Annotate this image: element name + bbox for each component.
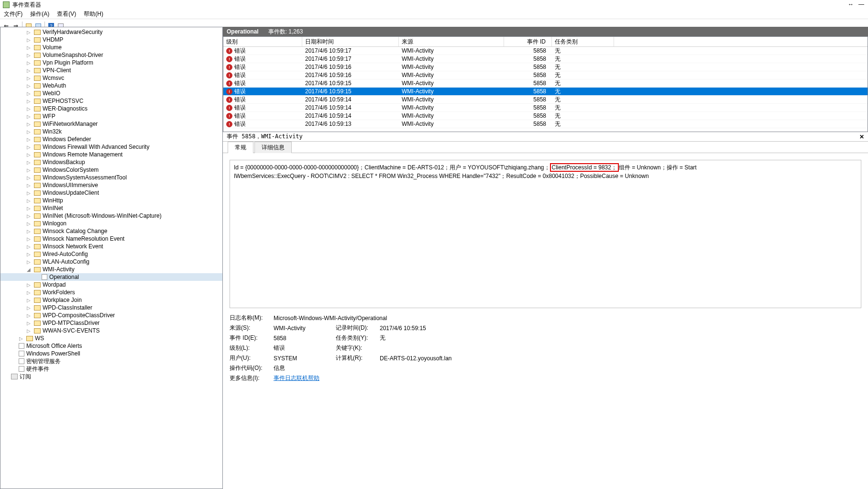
tree-item[interactable]: ▷Winsock Network Event	[0, 243, 222, 250]
expander-icon[interactable]: ▷	[23, 212, 34, 219]
tree-item[interactable]: ▷WWAN-SVC-EVENTS	[0, 327, 222, 334]
expander-icon[interactable]: ▷	[23, 128, 34, 135]
event-row[interactable]: !错误2017/4/6 10:59:17WMI-Activity5858无	[223, 47, 868, 55]
expander-icon[interactable]: ▷	[23, 82, 34, 89]
expander-icon[interactable]: ▷	[23, 151, 34, 158]
expander-icon[interactable]: ▷	[23, 159, 34, 166]
tree-item[interactable]: ▷Volume	[0, 44, 222, 51]
col-source[interactable]: 来源	[399, 37, 504, 46]
expander-icon[interactable]: ▷	[23, 75, 34, 81]
event-row[interactable]: !错误2017/4/6 10:59:13WMI-Activity5858无	[223, 120, 868, 128]
event-row[interactable]: !错误2017/4/6 10:59:16WMI-Activity5858无	[223, 63, 868, 71]
expander-icon[interactable]: ▷	[23, 36, 34, 43]
expander-icon[interactable]: ▷	[23, 136, 34, 143]
tree-item[interactable]: ▷VerifyHardwareSecurity	[0, 28, 222, 36]
expander-icon[interactable]: ▷	[23, 174, 34, 181]
expander-icon[interactable]: ▷	[23, 44, 34, 51]
tree-item[interactable]: ▷Windows Firewall With Advanced Security	[0, 143, 222, 151]
tree-item[interactable]: ▷WPD-ClassInstaller	[0, 304, 222, 311]
expander-icon[interactable]: ▷	[23, 289, 34, 296]
tree-item[interactable]: ◢WMI-Activity	[0, 266, 222, 273]
tab-details[interactable]: 详细信息	[254, 142, 292, 153]
tree-item[interactable]: ▷WebAuth	[0, 82, 222, 89]
event-row[interactable]: !错误2017/4/6 10:59:14WMI-Activity5858无	[223, 104, 868, 112]
expander-icon[interactable]: ▷	[23, 312, 34, 319]
tree-item[interactable]: ▷WindowsUIImmersive	[0, 181, 222, 189]
tree-item[interactable]: ▷WLAN-AutoConfig	[0, 258, 222, 266]
expander-icon[interactable]: ▷	[23, 52, 34, 58]
tree-item[interactable]: ▷WinINet	[0, 204, 222, 212]
tree-item[interactable]: ▷WinHttp	[0, 197, 222, 204]
tree-item[interactable]: ▷Win32k	[0, 128, 222, 135]
expander-icon[interactable]: ▷	[23, 304, 34, 311]
expander-icon[interactable]: ▷	[23, 59, 34, 66]
tree-item[interactable]: 订阅	[0, 373, 222, 380]
col-cat[interactable]: 任务类别	[552, 37, 614, 46]
expander-icon[interactable]: ▷	[23, 320, 34, 326]
event-row[interactable]: !错误2017/4/6 10:59:16WMI-Activity5858无	[223, 71, 868, 79]
tree-pane[interactable]: ▷VerifyHardwareSecurity▷VHDMP▷Volume▷Vol…	[0, 27, 223, 489]
expander-icon[interactable]: ▷	[23, 220, 34, 227]
expander-icon[interactable]: ◢	[23, 266, 34, 273]
expander-icon[interactable]	[31, 274, 42, 280]
expander-icon[interactable]: ▷	[23, 189, 34, 196]
expander-icon[interactable]: ▷	[23, 281, 34, 288]
expander-icon[interactable]: ▷	[23, 167, 34, 173]
expander-icon[interactable]: ▷	[23, 29, 34, 35]
tree-item[interactable]: ▷WindowsUpdateClient	[0, 189, 222, 197]
expander-icon[interactable]: ▷	[23, 297, 34, 303]
tree-item[interactable]: ▷WPD-CompositeClassDriver	[0, 311, 222, 319]
menu-file[interactable]: 文件(F)	[2, 9, 24, 19]
menu-view[interactable]: 查看(V)	[55, 9, 78, 19]
expander-icon[interactable]: ▷	[23, 197, 34, 204]
tab-general[interactable]: 常规	[228, 142, 253, 153]
expander-icon[interactable]: ▷	[23, 105, 34, 112]
col-date[interactable]: 日期和时间	[302, 37, 399, 46]
expander-icon[interactable]	[0, 373, 11, 380]
expander-icon[interactable]: ▷	[23, 251, 34, 257]
tree-item[interactable]: ▷WFP	[0, 112, 222, 120]
tree-item[interactable]: ▷Workplace Join	[0, 296, 222, 304]
expander-icon[interactable]: ▷	[23, 113, 34, 120]
tree-item[interactable]: ▷VolumeSnapshot-Driver	[0, 51, 222, 59]
expander-icon[interactable]: ▷	[23, 67, 34, 74]
tree-item[interactable]: ▷VPN-Client	[0, 67, 222, 74]
expander-icon[interactable]: ▷	[23, 258, 34, 265]
expander-icon[interactable]: ▷	[23, 98, 34, 104]
tree-item[interactable]: Windows PowerShell	[0, 350, 222, 357]
tree-item[interactable]: 硬件事件	[0, 365, 222, 373]
tree-item[interactable]: ▷Windows Defender	[0, 135, 222, 143]
tree-item[interactable]: 密钥管理服务	[0, 357, 222, 365]
expander-icon[interactable]	[8, 343, 19, 349]
tree-item[interactable]: ▷WebIO	[0, 89, 222, 97]
event-row[interactable]: !错误2017/4/6 10:59:15WMI-Activity5858无	[223, 88, 868, 96]
tree-item[interactable]: ▷WindowsColorSystem	[0, 166, 222, 174]
tree-item[interactable]: ▷Wordpad	[0, 281, 222, 289]
tree-item[interactable]: ▷WiFiNetworkManager	[0, 120, 222, 128]
expander-icon[interactable]	[8, 358, 19, 365]
tree-item[interactable]: Operational	[0, 273, 222, 281]
tree-item[interactable]: ▷Windows Remote Management	[0, 151, 222, 158]
menu-action[interactable]: 操作(A)	[28, 9, 51, 19]
expander-icon[interactable]: ▷	[23, 205, 34, 211]
tree-item[interactable]: ▷WindowsSystemAssessmentTool	[0, 174, 222, 181]
minimize-icon[interactable]: —	[858, 1, 864, 8]
tree-item[interactable]: ▷WER-Diagnostics	[0, 105, 222, 112]
tree-item[interactable]: ▷Wired-AutoConfig	[0, 250, 222, 258]
tree-item[interactable]: ▷Vpn Plugin Platform	[0, 59, 222, 67]
event-row[interactable]: !错误2017/4/6 10:59:14WMI-Activity5858无	[223, 96, 868, 104]
resize-icon[interactable]: ↔	[848, 1, 854, 8]
tree-item[interactable]: ▷Wcmsvc	[0, 74, 222, 82]
close-detail-button[interactable]: ✕	[859, 133, 864, 140]
expander-icon[interactable]	[8, 366, 19, 372]
expander-icon[interactable]	[8, 350, 19, 357]
expander-icon[interactable]: ▷	[23, 182, 34, 189]
tree-item[interactable]: ▷WorkFolders	[0, 289, 222, 296]
help-link[interactable]: 事件日志联机帮助	[274, 375, 319, 381]
expander-icon[interactable]: ▷	[23, 144, 34, 150]
column-headers[interactable]: 级别 日期和时间 来源 事件 ID 任务类别	[223, 37, 868, 47]
expander-icon[interactable]: ▷	[16, 335, 26, 342]
tree-item[interactable]: ▷WinINet (Microsoft-Windows-WinINet-Capt…	[0, 212, 222, 220]
col-id[interactable]: 事件 ID	[504, 37, 552, 46]
expander-icon[interactable]: ▷	[23, 235, 34, 242]
